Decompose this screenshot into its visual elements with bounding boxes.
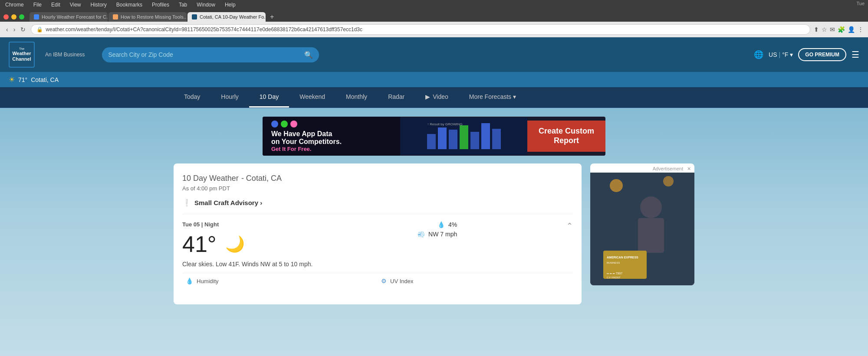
menu-view[interactable]: View	[68, 1, 83, 9]
menu-profiles[interactable]: Profiles	[150, 1, 171, 9]
location-city: Cotati, CA	[31, 76, 59, 83]
mail-icon[interactable]: ✉	[830, 26, 835, 33]
raindrop-icon: 💧	[437, 221, 445, 228]
ad-dot-pink	[290, 121, 297, 127]
humidity-icon: 💧	[186, 278, 193, 284]
humidity-label: Humidity	[197, 278, 219, 284]
address-bar[interactable]: 🔒 weather.com/weather/tenday/l/Cotati+CA…	[31, 24, 810, 35]
back-button[interactable]: ‹	[4, 25, 10, 34]
tabs-bar: Hourly Weather Forecast for C... ✕ How t…	[30, 12, 865, 22]
sidebar-ad-svg: AMERICAN EXPRESS BUSINESS •• •• •• 7997 …	[590, 173, 694, 285]
svg-text:AMERICAN EXPRESS: AMERICAN EXPRESS	[607, 256, 638, 259]
menu-bookmarks[interactable]: Bookmarks	[115, 1, 144, 9]
ad-logo	[271, 121, 391, 127]
video-play-icon: ▶	[425, 93, 430, 100]
share-icon[interactable]: ⬆	[814, 26, 819, 33]
forecast-main: 41° 🌙	[182, 231, 312, 257]
traffic-lights	[3, 14, 24, 20]
extensions-icon[interactable]: 🧩	[838, 26, 845, 33]
browser-tab-2[interactable]: How to Restore Missing Tools... ✕	[108, 12, 187, 22]
bookmark-icon[interactable]: ☆	[822, 26, 827, 33]
forecast-pipe: |	[201, 221, 204, 228]
menu-edit[interactable]: Edit	[49, 1, 62, 9]
search-input[interactable]	[108, 51, 301, 58]
ad-dot-blue	[271, 121, 278, 127]
svg-text:BUSINESS: BUSINESS	[607, 261, 620, 264]
content-layout: 10 Day Weather - Cotati, CA As of 4:00 p…	[174, 163, 694, 304]
menu-file[interactable]: File	[32, 1, 43, 9]
svg-rect-3	[460, 125, 468, 149]
lock-icon: 🔒	[36, 26, 43, 33]
close-button[interactable]	[3, 14, 9, 20]
search-bar[interactable]: 🔍	[102, 47, 319, 62]
logo-bot: Channel	[12, 56, 31, 62]
svg-rect-6	[492, 129, 501, 149]
ad-dot-green	[281, 121, 288, 127]
uv-item: ⚙ UV Index	[378, 273, 573, 289]
ad-label: Advertisement ✕	[590, 163, 694, 173]
ad-right[interactable]: Create Custom Report	[527, 121, 605, 151]
advisory-bar[interactable]: ❕ Small Craft Advisory	[182, 199, 573, 207]
more-icon[interactable]: ⋮	[858, 26, 864, 33]
browser-toolbar: ‹ › ↻ 🔒 weather.com/weather/tenday/l/Cot…	[0, 22, 868, 37]
twc-logo: The Weather Channel	[9, 42, 35, 68]
unit-selector[interactable]: US | °F ▾	[769, 51, 793, 58]
forecast-description: Clear skies. Low 41F. Winds NW at 5 to 1…	[182, 261, 312, 268]
dropdown-icon: ▾	[790, 51, 793, 58]
nav-weekend[interactable]: Weekend	[289, 87, 335, 108]
nav-hourly[interactable]: Hourly	[210, 87, 249, 108]
dropdown-arrow-icon: ▾	[513, 93, 516, 100]
forward-button[interactable]: ›	[12, 25, 17, 34]
logo-top: The	[19, 47, 24, 51]
toolbar-actions: ⬆ ☆ ✉ 🧩 👤 ⋮	[814, 26, 864, 33]
header-right: 🌐 US | °F ▾ GO PREMIUM ☰	[754, 48, 859, 61]
ad-title: We Have App Dataon Your Competitors.	[271, 130, 391, 146]
ad-banner: We Have App Dataon Your Competitors. Get…	[263, 117, 605, 156]
precip-value: 4%	[448, 221, 457, 228]
wind-icon: 💨	[418, 231, 425, 238]
maximize-button[interactable]	[19, 14, 24, 20]
nav-items-container: Today Hourly 10 Day Weekend Monthly Rada…	[174, 87, 694, 108]
clock: Tue	[856, 1, 865, 9]
nav-tenday[interactable]: 10 Day	[249, 87, 289, 108]
browser-tab-3[interactable]: Cotati, CA 10-Day Weather Fo... ✕	[187, 12, 266, 22]
svg-point-12	[663, 176, 674, 186]
wind-value: NW 7 mph	[428, 231, 457, 238]
weather-icon-moon: 🌙	[225, 235, 245, 253]
sidebar-ad-close[interactable]: ✕	[687, 166, 691, 171]
search-icon: 🔍	[304, 51, 313, 59]
hamburger-icon[interactable]: ☰	[852, 49, 859, 60]
nav-radar[interactable]: Radar	[378, 87, 415, 108]
minimize-button[interactable]	[11, 14, 16, 20]
svg-text:C F FROST: C F FROST	[607, 276, 621, 279]
nav-monthly[interactable]: Monthly	[335, 87, 378, 108]
sidebar-ad: Advertisement ✕ AMERI	[590, 163, 694, 285]
new-tab-button[interactable]: +	[266, 12, 277, 22]
menu-window[interactable]: Window	[195, 1, 217, 9]
premium-button[interactable]: GO PREMIUM	[798, 48, 846, 61]
forecast-temperature: 41°	[182, 231, 217, 257]
browser-nav-buttons: ‹ › ↻	[4, 25, 27, 34]
menu-tab[interactable]: Tab	[177, 1, 189, 9]
ad-middle: ↑ Result by GROWING	[400, 118, 527, 155]
browser-titlebar: Hourly Weather Forecast for C... ✕ How t…	[0, 10, 868, 22]
nav-today[interactable]: Today	[174, 87, 210, 108]
menu-chrome[interactable]: Chrome	[3, 1, 26, 9]
reload-button[interactable]: ↻	[19, 25, 27, 34]
ibm-business-text: An IBM Business	[45, 52, 85, 58]
nav-more-forecasts[interactable]: More Forecasts ▾	[459, 87, 526, 108]
browser-tab-1[interactable]: Hourly Weather Forecast for C... ✕	[30, 12, 108, 22]
menu-help[interactable]: Help	[223, 1, 237, 9]
profile-icon[interactable]: 👤	[848, 26, 855, 33]
precip-stat: 💧 4%	[418, 221, 457, 228]
svg-rect-0	[427, 134, 436, 149]
chevron-up-icon[interactable]: ⌃	[566, 221, 573, 231]
tab-favicon-2	[113, 14, 118, 20]
forecast-period: Night	[204, 221, 219, 228]
nav-video[interactable]: ▶ Video	[415, 87, 459, 108]
unit-label: °F	[782, 51, 788, 58]
wind-stat: 💨 NW 7 mph	[418, 231, 457, 238]
advisory-label[interactable]: Small Craft Advisory	[194, 199, 262, 206]
menu-history[interactable]: History	[89, 1, 108, 9]
svg-rect-10	[638, 218, 664, 253]
